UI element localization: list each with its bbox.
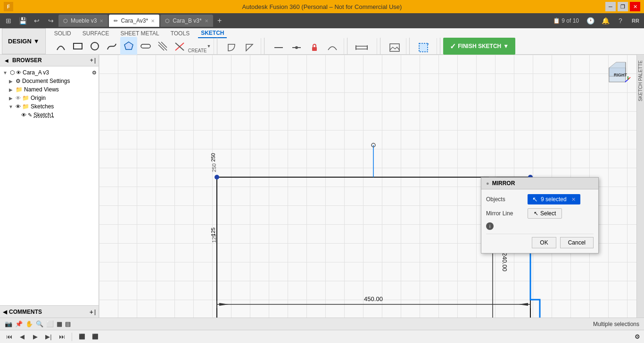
redo-icon[interactable]: ↪: [44, 14, 58, 27]
layout-icon[interactable]: ▤: [65, 320, 71, 327]
trim-tool[interactable]: [171, 37, 188, 56]
comments-add[interactable]: +: [90, 308, 93, 316]
hatch-tool[interactable]: [154, 37, 171, 56]
select-tool[interactable]: [415, 38, 432, 57]
comments-expand[interactable]: |: [94, 308, 96, 316]
expand-origin[interactable]: ▶: [8, 96, 14, 101]
browser-content: ▼ ⬡ 👁 Cara_A v3 ⚙ ▶ ⚙ Document Settings …: [0, 66, 99, 305]
create-dropdown[interactable]: ▼: [207, 44, 211, 49]
expand-sketches[interactable]: ▼: [8, 104, 14, 109]
restore-button[interactable]: ❐: [618, 2, 628, 11]
create-group: CREATE ▼: [50, 38, 215, 54]
fillet-tool[interactable]: [223, 38, 240, 57]
view-cube[interactable]: RIGHT: [604, 58, 633, 87]
circle-tool[interactable]: [86, 37, 103, 56]
tab-cara-bv3[interactable]: ⬡ Cara_B v3* ✕: [160, 15, 213, 27]
tab-cara-av3[interactable]: ✏ Cara_Av3* ✕: [109, 15, 159, 27]
mirror-dialog: ● MIRROR Objects ↖ 9 selected ✕ Mirror L…: [481, 177, 599, 253]
polygon-tool[interactable]: [120, 37, 137, 56]
finish-sketch-dropdown[interactable]: ▼: [503, 43, 509, 49]
help-icon[interactable]: ?: [614, 14, 627, 27]
origin-visibility[interactable]: 👁: [16, 95, 21, 101]
objects-label: Objects: [486, 196, 524, 203]
settings-icon[interactable]: ⚙: [635, 333, 640, 340]
canvas-area[interactable]: 250 125 450.00 240.00: [99, 55, 636, 318]
rect-tool[interactable]: [69, 37, 86, 56]
tree-item-cara-a-v3[interactable]: ▼ ⬡ 👁 Cara_A v3 ⚙: [0, 68, 99, 77]
browser-expand-all[interactable]: +: [90, 57, 93, 64]
minimize-button[interactable]: ─: [605, 2, 616, 11]
finish-sketch-button[interactable]: ✓ FINISH SKETCH ▼: [443, 38, 515, 55]
cara-av3-tab-close[interactable]: ✕: [151, 18, 155, 24]
horizontal-constraint[interactable]: [270, 38, 287, 57]
close-button[interactable]: ✕: [630, 2, 640, 11]
chamfer-tool[interactable]: [241, 38, 258, 57]
tab-sheet-metal[interactable]: SHEET METAL: [117, 29, 162, 38]
tangent-constraint[interactable]: [324, 38, 341, 57]
play-button[interactable]: ▶: [30, 332, 41, 342]
prev-frame-button[interactable]: ◀: [17, 332, 27, 342]
tab-mueble[interactable]: ⬡ Mueble v3 ✕: [58, 15, 108, 27]
cancel-button[interactable]: Cancel: [560, 237, 594, 248]
mueble-tab-icon: ⬡: [63, 18, 68, 24]
lock-constraint[interactable]: [306, 38, 323, 57]
go-to-end-button[interactable]: ⏭: [57, 332, 67, 342]
svg-rect-16: [390, 44, 399, 51]
tree-item-sketches[interactable]: ▼ 👁 📁 Sketches: [0, 102, 99, 111]
tree-item-document-settings[interactable]: ▶ ⚙ Document Settings: [0, 77, 99, 85]
pin-icon[interactable]: 📌: [15, 320, 23, 327]
hand-icon[interactable]: ✋: [25, 320, 33, 327]
tree-item-origin[interactable]: ▶ 👁 📁 Origin: [0, 94, 99, 102]
tree-item-sketch1[interactable]: 👁 ✎ Sketch1: [0, 111, 99, 119]
comments-collapse[interactable]: ◀: [3, 309, 7, 315]
measure-tool[interactable]: [353, 38, 370, 57]
grid-menu-icon[interactable]: ⊞: [2, 14, 15, 27]
design-button[interactable]: DESIGN ▼: [2, 28, 46, 54]
badge-close-button[interactable]: ✕: [571, 196, 576, 203]
tab-solid[interactable]: SOLID: [51, 29, 74, 38]
status-bar: 📷 📌 ✋ 🔍 ⬜ ▦ ▤ Multiple selections: [0, 318, 644, 330]
arc-tool[interactable]: [52, 37, 69, 56]
tab-tools[interactable]: TOOLS: [168, 29, 192, 38]
next-frame-button[interactable]: ▶|: [43, 332, 54, 342]
browser-collapse-all[interactable]: |: [94, 57, 96, 64]
svg-rect-13: [356, 46, 367, 49]
browser-header: ◀ BROWSER + |: [0, 55, 99, 66]
spline-tool[interactable]: [103, 37, 120, 56]
ok-button[interactable]: OK: [532, 237, 556, 248]
cara-bv3-tab-close[interactable]: ✕: [205, 18, 208, 24]
mirror-line-select-button[interactable]: ↖ Select: [528, 208, 562, 219]
status-message: Multiple selections: [593, 321, 639, 327]
expand-cara-a-v3[interactable]: ▼: [2, 70, 8, 75]
grid-icon[interactable]: ▦: [57, 320, 62, 327]
vert-dim-text: 240.00: [501, 253, 508, 271]
new-tab-button[interactable]: +: [214, 15, 225, 26]
window-controls: ─ ❐ ✕: [605, 2, 640, 11]
insert-image-tool[interactable]: [386, 38, 403, 57]
undo-icon[interactable]: ↩: [30, 14, 43, 27]
clock-icon[interactable]: 🕐: [584, 14, 597, 27]
bell-icon[interactable]: 🔔: [599, 14, 612, 27]
browser-collapse-button[interactable]: ◀: [3, 57, 10, 64]
animation-bar: ⏮ ◀ ▶ ▶| ⏭ ⬛ ⬛ ⚙: [0, 330, 644, 343]
camera-icon[interactable]: 📷: [5, 320, 12, 327]
sketch1-visibility[interactable]: 👁: [21, 112, 26, 118]
save-icon[interactable]: 💾: [16, 14, 29, 27]
go-to-start-button[interactable]: ⏮: [4, 332, 14, 342]
anim-pin-icon[interactable]: ⬛: [90, 332, 100, 342]
tree-item-named-views[interactable]: ▶ 📁 Named Views: [0, 85, 99, 94]
tab-sketch[interactable]: SKETCH: [198, 29, 227, 38]
cara-a-v3-visibility[interactable]: 👁: [16, 70, 21, 75]
zoom-icon[interactable]: 🔍: [36, 320, 43, 327]
window-icon[interactable]: ⬜: [46, 320, 54, 327]
cara-a-v3-settings[interactable]: ⚙: [92, 70, 97, 76]
sketches-visibility[interactable]: 👁: [16, 104, 21, 109]
anim-camera-icon[interactable]: ⬛: [77, 332, 87, 342]
expand-named-views[interactable]: ▶: [8, 87, 14, 92]
expand-document-settings[interactable]: ▶: [8, 79, 14, 84]
mueble-tab-close[interactable]: ✕: [99, 18, 103, 24]
coincident-constraint[interactable]: [288, 38, 305, 57]
tab-surface[interactable]: SURFACE: [80, 29, 112, 38]
slot-tool[interactable]: [137, 37, 154, 56]
user-initials[interactable]: RR: [629, 14, 642, 27]
